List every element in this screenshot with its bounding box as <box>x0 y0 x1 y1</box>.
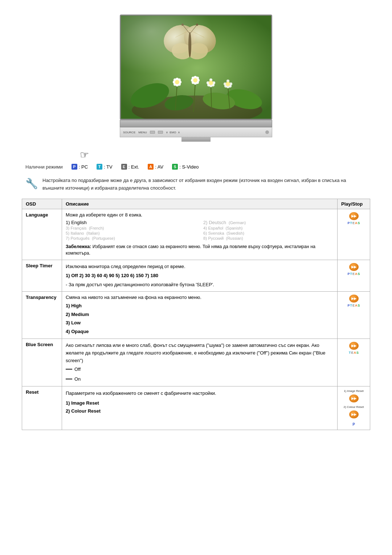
tv-icon: T <box>97 164 102 170</box>
lang-intro: Може да изберете един от 8 езика. <box>66 212 334 218</box>
table-row-reset: Reset Параметрите на изображението се см… <box>22 386 370 430</box>
sleep-play-btn: ▶▶ <box>349 263 359 271</box>
playstop-language: ▶▶ P T E A S <box>338 209 370 260</box>
btn-row-reset1: ▶▶ <box>349 394 359 402</box>
ext-label: : Ext. <box>128 164 139 170</box>
monitor-frame: SOURCE MENU ∨ EMO ∧ <box>120 15 272 142</box>
lang-item-6: 6) Svenska (Swedish) <box>203 231 334 235</box>
btn-group-reset: 1) Image Reset ▶▶ 2) Colour Reset ▶▶ P <box>341 389 366 427</box>
osd-sleep-timer: Sleep Timer <box>22 260 62 292</box>
info-text: Настройката по подразбиране може да е др… <box>42 177 367 192</box>
letter-s: S <box>358 221 360 225</box>
mode-av: A : AV <box>148 164 163 170</box>
desc-blue-screen: Ако сигналът липсва или е много слаб, фо… <box>62 339 338 386</box>
letter-t4: T <box>349 351 351 355</box>
monitor-neck <box>181 137 211 142</box>
blue-play-btn: ▶▶ <box>349 342 359 350</box>
reset-desc-text: Параметрите на изображението се сменят с… <box>66 389 334 415</box>
tv-label: : TV <box>104 164 113 170</box>
sleep-line3: - За пряк достъп чрез дистанционното изп… <box>66 281 334 289</box>
playstop-reset: 1) Image Reset ▶▶ 2) Colour Reset ▶▶ P <box>338 386 370 430</box>
table-row-sleep-timer: Sleep Timer Изключва монитора след опред… <box>22 260 370 292</box>
desc-language: Може да изберете един от 8 езика. 1) Eng… <box>62 209 338 260</box>
lang-grid: 1) English 2) Deutsch (German) 3) França… <box>66 220 334 240</box>
btn-letters-sleep: P T E A S <box>347 272 360 276</box>
trans-list: 1) High 2) Medium 3) Low 4) Opaque <box>66 301 334 336</box>
menu-label: MENU <box>138 131 147 134</box>
letter-t2: T <box>350 272 352 276</box>
reset-opt-2: 2) Colour Reset <box>66 407 334 415</box>
sleep-nums: 1) Off 2) 30 3) 60 4) 90 5) 120 6) 150 7… <box>66 272 334 280</box>
playstop-sleep-timer: ▶▶ P T E A S <box>338 260 370 292</box>
lang-item-4: 4) Español (Spanish) <box>203 226 334 230</box>
letter-s3: S <box>358 304 360 307</box>
option-on-label: On <box>74 376 81 382</box>
plus-btn <box>158 131 163 134</box>
btn-group-blue: ▶▶ T E A S <box>341 342 366 355</box>
osd-table: OSD Описание Play/Stop Language Може да … <box>22 199 370 430</box>
monitor-screen <box>120 15 272 120</box>
svg-rect-54 <box>121 16 272 120</box>
lang-item-2: 2) Deutsch (German) <box>203 220 334 225</box>
play-btn-orange: ▶▶ <box>349 212 359 220</box>
desc-transparency: Смяна на нивото на затъмнение на фона на… <box>62 292 338 339</box>
reset-play-btn-2: ▶▶ <box>349 410 359 418</box>
option-off-label: Off <box>74 366 81 372</box>
power-indicator <box>265 130 269 134</box>
btn-row-blue-play: ▶▶ <box>349 342 359 350</box>
info-block: 🔧 Настройката по подразбиране може да е … <box>22 177 370 192</box>
av-icon: A <box>148 164 154 170</box>
reset-btn-label-2: 2) Colour Reset <box>343 405 364 409</box>
sleep-line1: Изключва монитора след определен период … <box>66 263 334 271</box>
lang-item-3: 3) Français (French) <box>66 226 196 230</box>
letter-a3: A <box>355 304 358 307</box>
letter-s4: S <box>356 351 359 355</box>
modes-row: Налични режими P : PC T : TV E : Ext. A … <box>22 164 370 170</box>
trans-opt-2: 2) Medium <box>66 310 334 319</box>
butterfly-scene <box>121 16 272 120</box>
letter-p2: P <box>347 272 350 276</box>
monitor-base-top <box>120 120 272 127</box>
note-bold: Забележка: <box>66 244 91 249</box>
minus-btn <box>150 131 155 134</box>
btn-group-sleep: ▶▶ P T E A S <box>341 263 366 276</box>
trans-line1: Смяна на нивото на затъмнение на фона на… <box>66 295 334 300</box>
playstop-blue-screen: ▶▶ T E A S <box>338 339 370 386</box>
trans-opt-1: 1) High <box>66 301 334 310</box>
trans-play-btn: ▶▶ <box>349 295 359 303</box>
desc-reset: Параметрите на изображението се сменят с… <box>62 386 338 430</box>
monitor-illustration: SOURCE MENU ∨ EMO ∧ <box>22 15 370 142</box>
btn-letters-pteas: P T E A S <box>347 221 360 225</box>
volume-label: ∨ EMO ∧ <box>166 131 180 134</box>
table-row-transparency: Transparency Смяна на нивото на затъмнен… <box>22 292 370 339</box>
letter-p3: P <box>347 304 350 307</box>
letter-t3: T <box>350 304 352 307</box>
info-icon: 🔧 <box>25 178 38 192</box>
av-label: : AV <box>155 164 163 170</box>
letter-e: E <box>352 221 355 225</box>
on-dash <box>66 378 72 380</box>
btn-letters-trans: P T E A S <box>347 304 360 307</box>
blue-screen-text: Ако сигналът липсва или е много слаб, фо… <box>66 342 334 364</box>
table-row-blue-screen: Blue Screen Ако сигналът липсва или е мн… <box>22 339 370 386</box>
btn-row-reset2: ▶▶ <box>349 410 359 418</box>
osd-blue-screen: Blue Screen <box>22 339 62 386</box>
letter-t: T <box>350 221 352 225</box>
letter-a: A <box>355 221 358 225</box>
off-dash <box>66 369 72 370</box>
letter-a4: A <box>354 351 356 355</box>
svideo-icon: S <box>172 164 178 170</box>
reset-opt-1: 1) Image Reset <box>66 399 334 407</box>
trans-opt-4: 4) Opaque <box>66 327 334 336</box>
btn-row-sleep-play: ▶▶ <box>349 263 359 271</box>
letter-e4: E <box>351 351 353 355</box>
lang-note: Забележка: Избраният език се отнася само… <box>66 243 334 257</box>
hand-cursor-icon: ☞ <box>22 149 370 161</box>
mode-svideo: S : S-Video <box>172 164 199 170</box>
sleep-desc: Изключва монитора след определен период … <box>66 263 334 288</box>
reset-line1: Параметрите на изображението се сменят с… <box>66 389 334 397</box>
osd-transparency: Transparency <box>22 292 62 339</box>
btn-group-trans: ▶▶ P T E A S <box>341 295 366 307</box>
monitor-control-bar: SOURCE MENU ∨ EMO ∧ <box>120 127 272 137</box>
option-off-row: Off <box>66 366 334 372</box>
